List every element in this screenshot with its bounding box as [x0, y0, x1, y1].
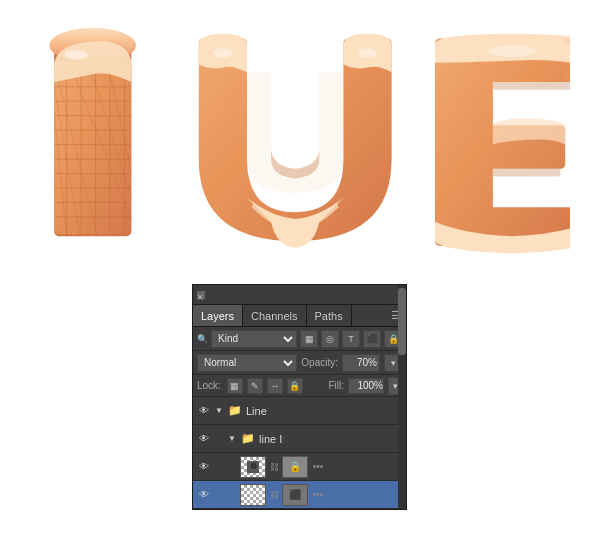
filter-pixel-icon[interactable]: ▦ [300, 330, 318, 348]
layer-item-line-i[interactable]: 👁 ▼ 📁 line I [193, 425, 406, 453]
folder-icon-line: 📁 [227, 405, 243, 417]
layer-mask-thumb-2: 🔒 [282, 456, 308, 478]
opacity-input[interactable] [342, 354, 380, 372]
filter-adjust-icon[interactable]: ◎ [321, 330, 339, 348]
tab-layers[interactable]: Layers [193, 305, 243, 326]
layer-thumb-2-preview: ⚙ [240, 456, 266, 478]
lock-position-icon[interactable]: ↔ [267, 378, 283, 394]
opacity-label: Opacity: [301, 357, 338, 368]
close-icon[interactable]: × [197, 291, 205, 299]
layer-item-thumb-1[interactable]: 👁 ⛓ ⬛ ••• [193, 481, 406, 509]
scrollbar-thumb[interactable] [398, 288, 406, 355]
lock-image-icon[interactable]: ✎ [247, 378, 263, 394]
filter-shape-icon[interactable]: ⬛ [363, 330, 381, 348]
lock-label: Lock: [197, 380, 221, 391]
layers-panel: × » Layers Channels Paths ☰ 🔍 Kind ▦ ◎ T… [192, 284, 407, 510]
filter-type-icon[interactable]: T [342, 330, 360, 348]
search-icon: 🔍 [197, 334, 208, 344]
tab-paths[interactable]: Paths [307, 305, 352, 326]
lock-pixels-icon[interactable]: ▦ [227, 378, 243, 394]
blend-opacity-row: Normal Multiply Screen Opacity: ▾ [193, 351, 406, 375]
lock-all-icon[interactable]: 🔒 [287, 378, 303, 394]
expand-arrow-line[interactable]: ▼ [214, 406, 224, 416]
layer-name-line: Line [246, 405, 402, 417]
kind-dropdown[interactable]: Kind [211, 330, 297, 348]
scrollbar[interactable] [398, 285, 406, 509]
expand-arrow-line-i[interactable]: ▼ [227, 434, 237, 444]
folder-icon-line-i: 📁 [240, 433, 256, 445]
svg-rect-33 [493, 82, 570, 90]
svg-rect-34 [493, 169, 560, 177]
svg-point-29 [65, 50, 88, 60]
blend-mode-dropdown[interactable]: Normal Multiply Screen [197, 354, 297, 372]
visibility-icon-thumb-1[interactable]: 👁 [197, 488, 211, 502]
visibility-icon-thumb-2[interactable]: 👁 [197, 460, 211, 474]
ice-illustration [30, 15, 570, 255]
chain-icon-1: ⛓ [269, 488, 279, 502]
layer-options-2[interactable]: ••• [311, 460, 325, 474]
layer-options-1[interactable]: ••• [311, 488, 325, 502]
layer-mask-thumb-1: ⬛ [282, 484, 308, 506]
chain-icon-2: ⛓ [269, 460, 279, 474]
visibility-icon-line[interactable]: 👁 [197, 404, 211, 418]
kind-filter-row: 🔍 Kind ▦ ◎ T ⬛ 🔒 [193, 327, 406, 351]
tab-channels[interactable]: Channels [243, 305, 306, 326]
layer-thumb-1-preview [240, 484, 266, 506]
smart-object-icon-2: ⚙ [247, 461, 259, 473]
svg-point-32 [488, 45, 536, 57]
svg-point-31 [358, 48, 377, 58]
panel-tabs: Layers Channels Paths ☰ [193, 305, 406, 327]
ice-canvas [0, 0, 600, 270]
layer-item-thumb-2[interactable]: 👁 ⚙ ⛓ 🔒 ••• [193, 453, 406, 481]
panel-header: × » [193, 285, 406, 305]
layer-item-line[interactable]: 👁 ▼ 📁 Line [193, 397, 406, 425]
visibility-icon-line-i[interactable]: 👁 [197, 432, 211, 446]
layer-name-line-i: line I [259, 433, 402, 445]
fill-input[interactable] [348, 378, 384, 394]
fill-label: Fill: [328, 380, 344, 391]
svg-point-30 [213, 48, 232, 58]
lock-row: Lock: ▦ ✎ ↔ 🔒 Fill: ▾ [193, 375, 406, 397]
